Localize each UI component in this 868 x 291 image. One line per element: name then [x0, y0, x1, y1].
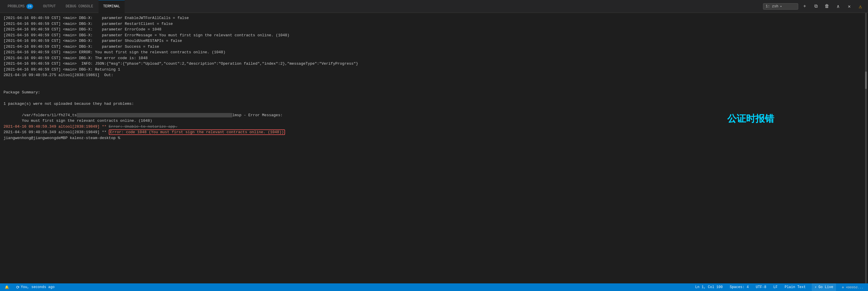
tab-output[interactable]: OUTPUT — [38, 0, 60, 13]
terminal-line — [3, 95, 865, 101]
warning-icon: ⚠ — [856, 2, 865, 11]
terminal-line — [3, 78, 865, 84]
terminal-line: [2021-04-16 09:40:59 CST] <main> DBG-X: … — [3, 44, 865, 50]
terminal-line: [2021-04-16 09:40:59 CST] <main> DBG-X: … — [3, 33, 865, 38]
status-language[interactable]: Plain Text — [783, 283, 807, 291]
terminal-selector-label: 1: zsh — [766, 4, 778, 8]
spaces-label: Spaces: 4 — [730, 285, 749, 289]
status-encoding[interactable]: UTF-8 — [754, 283, 767, 291]
terminal-line: [2021-04-16 09:40:59 CST] <main> DBG-X: … — [3, 55, 865, 61]
language-label: Plain Text — [785, 285, 806, 289]
terminal-area[interactable]: [2021-04-16 09:40:59 CST] <main> DBG-X: … — [0, 13, 868, 283]
encoding-label: UTF-8 — [756, 285, 766, 289]
status-bar: 🔔 ⟳ You, seconds ago Ln 1, Col 100 Space… — [0, 283, 868, 291]
tab-bar-controls: 1: zsh ▾ + ⧉ 🗑 ∧ ✕ ⚠ — [763, 2, 865, 11]
tab-problems-label: PROBLEMS — [8, 4, 25, 8]
error-highlight: Error: code 1048 (You must first sign th… — [109, 130, 285, 135]
scrollbar[interactable] — [865, 13, 867, 283]
terminal-line: Package Summary: — [3, 89, 865, 96]
terminal-line: [2021-04-16 09:40:59 CST] <main> DBG-X: … — [3, 15, 865, 21]
tab-problems[interactable]: PROBLEMS 26 — [3, 0, 38, 13]
maximize-panel-button[interactable]: ∧ — [833, 2, 843, 11]
tab-debug-console-label: DEBUG CONSOLE — [66, 4, 93, 8]
terminal-line: [2021-04-16 09:40:59 CST] <main> INFO: J… — [3, 61, 865, 67]
line-col-label: Ln 1, Col 100 — [695, 285, 723, 289]
terminal-line: /var/folders/1l/fh274_ts████████████████… — [3, 107, 865, 118]
status-line-ending[interactable]: LF — [772, 283, 779, 291]
terminal-line: [2021-04-16 09:40:59 CST] <main> ERROR: … — [3, 49, 865, 55]
tab-terminal[interactable]: TERMINAL — [98, 0, 125, 13]
close-panel-button[interactable]: ✕ — [844, 2, 854, 11]
terminal-line: 1 package(s) were not uploaded because t… — [3, 101, 865, 107]
terminal-line — [3, 84, 865, 89]
go-live-label: Go Live — [818, 285, 833, 289]
terminal-line: You must first sign the relevant contrac… — [3, 118, 865, 124]
status-spaces[interactable]: Spaces: 4 — [728, 283, 750, 291]
terminal-line-prompt: jiangwenhong@jiangweongdeMBP kaleoz-stea… — [3, 135, 865, 141]
kill-terminal-button[interactable]: 🗑 — [822, 2, 832, 11]
terminal-line: [2021-04-16 09:40:59 CST] <main> DBG-X: … — [3, 21, 865, 27]
tab-output-label: OUTPUT — [43, 4, 56, 8]
add-terminal-button[interactable]: + — [800, 2, 809, 11]
status-bar-left: 🔔 ⟳ You, seconds ago — [3, 283, 56, 291]
terminal-selector[interactable]: 1: zsh ▾ — [763, 3, 798, 10]
terminal-line-error-highlighted: 2021-04-16 09:40:59.349 altool[2838:1984… — [3, 130, 865, 135]
go-live-button[interactable]: ⚡ Go Live — [812, 283, 836, 291]
split-terminal-button[interactable]: ⧉ — [811, 2, 820, 11]
bell-icon: 🔔 — [5, 285, 9, 290]
sync-label: You, seconds ago — [21, 285, 55, 289]
status-sync[interactable]: ⟳ You, seconds ago — [15, 283, 56, 291]
status-bell[interactable]: 🔔 — [3, 283, 10, 291]
tab-bar: PROBLEMS 26 OUTPUT DEBUG CONSOLE TERMINA… — [0, 0, 868, 13]
go-live-dot-icon: ⚡ — [815, 285, 817, 290]
terminal-line: [2021-04-16 09:40:59 CST] <main> DBG-X: … — [3, 38, 865, 44]
tab-terminal-label: TERMINAL — [103, 4, 120, 8]
problems-badge: 26 — [26, 4, 33, 9]
terminal-line: [2021-04-16 09:40:59 CST] <main> DBG-X: … — [3, 67, 865, 73]
sync-icon: ⟳ — [16, 285, 20, 290]
tab-debug-console[interactable]: DEBUG CONSOLE — [61, 0, 98, 13]
status-bar-right: Ln 1, Col 100 Spaces: 4 UTF-8 LF Plain T… — [694, 283, 865, 291]
terminal-line: [2021-04-16 09:40:59 CST] <main> DBG-X: … — [3, 27, 865, 33]
extra-label: ⊕ 49095d... — [842, 285, 863, 289]
line-ending-label: LF — [773, 285, 777, 289]
terminal-line-warning1: 2021-04-16 09:40:59.349 altool[2838:1984… — [3, 124, 865, 130]
status-extra: ⊕ 49095d... — [841, 283, 865, 291]
chevron-down-icon: ▾ — [780, 5, 782, 8]
status-line-col[interactable]: Ln 1, Col 100 — [694, 283, 724, 291]
terminal-line: 2021-04-16 09:40:59.275 altool[2838:1986… — [3, 72, 865, 78]
scroll-thumb[interactable] — [865, 71, 867, 89]
